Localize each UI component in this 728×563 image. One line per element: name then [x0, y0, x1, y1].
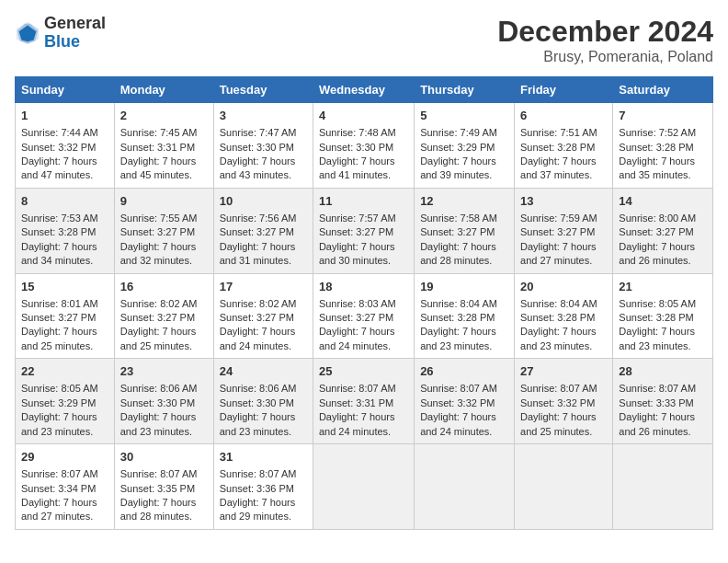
day-number: 29: [21, 449, 108, 465]
calendar-cell: [415, 444, 515, 530]
daylight-label: Daylight: 7 hours and 25 minutes.: [21, 326, 97, 350]
sunset-label: Sunset: 3:30 PM: [120, 397, 195, 408]
calendar-cell: 25Sunrise: 8:07 AMSunset: 3:31 PMDayligh…: [313, 359, 414, 444]
daylight-label: Daylight: 7 hours and 26 minutes.: [619, 411, 695, 436]
sunrise-label: Sunrise: 7:53 AM: [21, 213, 98, 224]
day-number: 9: [120, 193, 208, 210]
logo-icon: [15, 20, 40, 46]
calendar-cell: 12Sunrise: 7:58 AMSunset: 3:27 PMDayligh…: [415, 188, 515, 273]
header-sunday: Sunday: [16, 77, 115, 103]
day-number: 3: [220, 108, 307, 124]
calendar-cell: 9Sunrise: 7:55 AMSunset: 3:27 PMDaylight…: [114, 188, 213, 273]
daylight-label: Daylight: 7 hours and 35 minutes.: [619, 155, 695, 180]
daylight-label: Daylight: 7 hours and 23 minutes.: [21, 411, 97, 436]
sunset-label: Sunset: 3:27 PM: [220, 226, 294, 237]
daylight-label: Daylight: 7 hours and 24 minutes.: [319, 326, 395, 350]
sunrise-label: Sunrise: 8:07 AM: [120, 468, 198, 479]
sunrise-label: Sunrise: 8:07 AM: [220, 468, 297, 479]
logo-text: General Blue: [44, 15, 106, 52]
sunset-label: Sunset: 3:28 PM: [520, 312, 595, 323]
month-title: December 2024: [497, 15, 713, 49]
daylight-label: Daylight: 7 hours and 23 minutes.: [520, 326, 597, 350]
daylight-label: Daylight: 7 hours and 23 minutes.: [120, 411, 197, 436]
day-number: 11: [319, 193, 408, 210]
calendar-cell: 14Sunrise: 8:00 AMSunset: 3:27 PMDayligh…: [613, 188, 713, 273]
calendar-cell: [515, 444, 613, 530]
daylight-label: Daylight: 7 hours and 23 minutes.: [619, 326, 695, 350]
sunset-label: Sunset: 3:29 PM: [21, 397, 96, 408]
daylight-label: Daylight: 7 hours and 45 minutes.: [120, 155, 197, 180]
calendar-cell: 7Sunrise: 7:52 AMSunset: 3:28 PMDaylight…: [613, 103, 713, 189]
daylight-label: Daylight: 7 hours and 43 minutes.: [220, 155, 296, 180]
day-number: 24: [220, 363, 307, 380]
calendar-cell: 26Sunrise: 8:07 AMSunset: 3:32 PMDayligh…: [415, 359, 515, 444]
calendar-cell: 19Sunrise: 8:04 AMSunset: 3:28 PMDayligh…: [415, 273, 515, 359]
sunrise-label: Sunrise: 8:03 AM: [319, 298, 396, 309]
day-number: 30: [120, 449, 208, 465]
day-number: 1: [21, 108, 108, 124]
sunrise-label: Sunrise: 7:51 AM: [520, 127, 597, 138]
sunset-label: Sunset: 3:28 PM: [619, 312, 693, 323]
sunset-label: Sunset: 3:31 PM: [120, 142, 195, 153]
calendar-cell: 22Sunrise: 8:05 AMSunset: 3:29 PMDayligh…: [16, 359, 115, 444]
calendar-row: 1Sunrise: 7:44 AMSunset: 3:32 PMDaylight…: [16, 103, 713, 189]
day-number: 28: [619, 363, 707, 380]
calendar-row: 22Sunrise: 8:05 AMSunset: 3:29 PMDayligh…: [16, 359, 713, 444]
sunrise-label: Sunrise: 8:07 AM: [21, 468, 98, 479]
calendar-cell: 4Sunrise: 7:48 AMSunset: 3:30 PMDaylight…: [313, 103, 414, 189]
sunset-label: Sunset: 3:32 PM: [420, 397, 495, 408]
sunrise-label: Sunrise: 7:59 AM: [520, 213, 597, 224]
calendar-row: 15Sunrise: 8:01 AMSunset: 3:27 PMDayligh…: [16, 273, 713, 359]
calendar-cell: 23Sunrise: 8:06 AMSunset: 3:30 PMDayligh…: [114, 359, 213, 444]
calendar-cell: 31Sunrise: 8:07 AMSunset: 3:36 PMDayligh…: [213, 444, 313, 530]
calendar-cell: 2Sunrise: 7:45 AMSunset: 3:31 PMDaylight…: [114, 103, 213, 189]
daylight-label: Daylight: 7 hours and 32 minutes.: [120, 241, 197, 266]
sunset-label: Sunset: 3:27 PM: [220, 312, 294, 323]
header-friday: Friday: [515, 77, 613, 103]
page-header: General Blue December 2024 Brusy, Pomera…: [15, 15, 713, 65]
sunset-label: Sunset: 3:28 PM: [21, 226, 96, 237]
sunrise-label: Sunrise: 8:05 AM: [21, 383, 98, 394]
sunset-label: Sunset: 3:28 PM: [520, 142, 595, 153]
day-number: 31: [220, 449, 307, 465]
daylight-label: Daylight: 7 hours and 47 minutes.: [21, 155, 97, 180]
logo: General Blue: [15, 15, 106, 52]
day-number: 2: [120, 108, 208, 124]
calendar-cell: 24Sunrise: 8:06 AMSunset: 3:30 PMDayligh…: [213, 359, 313, 444]
daylight-label: Daylight: 7 hours and 24 minutes.: [220, 326, 296, 350]
calendar-cell: 13Sunrise: 7:59 AMSunset: 3:27 PMDayligh…: [515, 188, 613, 273]
daylight-label: Daylight: 7 hours and 25 minutes.: [120, 326, 197, 350]
calendar-cell: 21Sunrise: 8:05 AMSunset: 3:28 PMDayligh…: [613, 273, 713, 359]
day-number: 4: [319, 108, 408, 124]
sunset-label: Sunset: 3:34 PM: [21, 483, 96, 494]
day-number: 7: [619, 108, 707, 124]
days-header-row: Sunday Monday Tuesday Wednesday Thursday…: [16, 77, 713, 103]
calendar-cell: 20Sunrise: 8:04 AMSunset: 3:28 PMDayligh…: [515, 273, 613, 359]
daylight-label: Daylight: 7 hours and 23 minutes.: [420, 326, 496, 350]
sunset-label: Sunset: 3:27 PM: [420, 226, 495, 237]
calendar-cell: 1Sunrise: 7:44 AMSunset: 3:32 PMDaylight…: [16, 103, 115, 189]
calendar-cell: 28Sunrise: 8:07 AMSunset: 3:33 PMDayligh…: [613, 359, 713, 444]
daylight-label: Daylight: 7 hours and 24 minutes.: [319, 411, 395, 436]
sunset-label: Sunset: 3:27 PM: [120, 226, 195, 237]
calendar-cell: 11Sunrise: 7:57 AMSunset: 3:27 PMDayligh…: [313, 188, 414, 273]
daylight-label: Daylight: 7 hours and 28 minutes.: [420, 241, 496, 266]
calendar-cell: 27Sunrise: 8:07 AMSunset: 3:32 PMDayligh…: [515, 359, 613, 444]
sunset-label: Sunset: 3:27 PM: [319, 226, 393, 237]
header-tuesday: Tuesday: [213, 77, 313, 103]
day-number: 6: [520, 108, 607, 124]
sunrise-label: Sunrise: 8:02 AM: [120, 298, 198, 309]
sunrise-label: Sunrise: 8:02 AM: [220, 298, 297, 309]
sunset-label: Sunset: 3:29 PM: [420, 142, 495, 153]
calendar-cell: 5Sunrise: 7:49 AMSunset: 3:29 PMDaylight…: [415, 103, 515, 189]
day-number: 25: [319, 363, 408, 380]
day-number: 5: [420, 108, 508, 124]
daylight-label: Daylight: 7 hours and 27 minutes.: [21, 497, 97, 522]
header-thursday: Thursday: [415, 77, 515, 103]
sunset-label: Sunset: 3:28 PM: [619, 142, 693, 153]
calendar-cell: 8Sunrise: 7:53 AMSunset: 3:28 PMDaylight…: [16, 188, 115, 273]
day-number: 19: [420, 279, 508, 295]
sunrise-label: Sunrise: 8:04 AM: [520, 298, 597, 309]
title-block: December 2024 Brusy, Pomerania, Poland: [497, 15, 713, 65]
sunrise-label: Sunrise: 7:48 AM: [319, 127, 396, 138]
